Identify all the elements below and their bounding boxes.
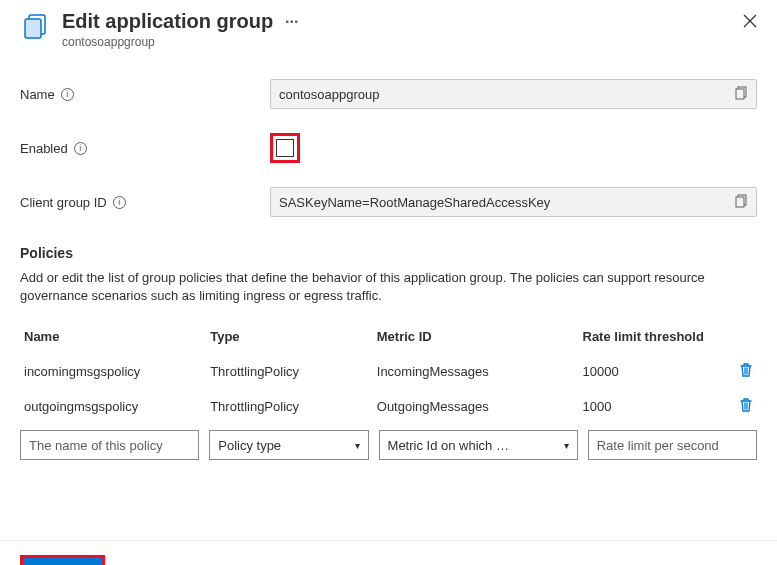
name-field: contosoappgroup bbox=[270, 79, 757, 109]
policy-name: incomingmsgspolicy bbox=[24, 364, 200, 379]
copy-icon[interactable] bbox=[734, 86, 748, 103]
svg-rect-3 bbox=[736, 89, 744, 99]
policy-type: ThrottlingPolicy bbox=[210, 364, 367, 379]
copy-icon[interactable] bbox=[734, 194, 748, 211]
delete-icon[interactable] bbox=[730, 362, 753, 381]
chevron-down-icon: ▾ bbox=[355, 440, 360, 451]
new-policy-row: Policy type ▾ Metric Id on which … ▾ bbox=[20, 430, 757, 460]
column-header-name: Name bbox=[24, 329, 200, 344]
enabled-checkbox[interactable] bbox=[276, 139, 294, 157]
page-title: Edit application group bbox=[62, 10, 273, 33]
name-value: contosoappgroup bbox=[279, 87, 379, 102]
close-button[interactable] bbox=[743, 14, 757, 31]
table-row: outgoingmsgspolicy ThrottlingPolicy Outg… bbox=[20, 389, 757, 424]
app-group-icon bbox=[20, 10, 52, 42]
enabled-label: Enabled bbox=[20, 141, 68, 156]
policy-rate: 10000 bbox=[583, 364, 720, 379]
new-policy-name-input[interactable] bbox=[20, 430, 199, 460]
svg-rect-1 bbox=[25, 19, 41, 38]
svg-rect-5 bbox=[736, 197, 744, 207]
info-icon[interactable]: i bbox=[61, 88, 74, 101]
policy-name: outgoingmsgspolicy bbox=[24, 399, 200, 414]
page-subtitle: contosoappgroup bbox=[62, 35, 757, 49]
info-icon[interactable]: i bbox=[113, 196, 126, 209]
column-header-rate: Rate limit threshold bbox=[583, 329, 720, 344]
new-policy-metric-select[interactable]: Metric Id on which … ▾ bbox=[379, 430, 578, 460]
policies-heading: Policies bbox=[20, 245, 757, 261]
policy-metric: IncomingMessages bbox=[377, 364, 573, 379]
delete-icon[interactable] bbox=[730, 397, 753, 416]
policies-description: Add or edit the list of group policies t… bbox=[20, 269, 740, 305]
client-group-id-label: Client group ID bbox=[20, 195, 107, 210]
chevron-down-icon: ▾ bbox=[564, 440, 569, 451]
new-policy-rate-input[interactable] bbox=[588, 430, 757, 460]
table-row: incomingmsgspolicy ThrottlingPolicy Inco… bbox=[20, 354, 757, 389]
update-button[interactable]: Update bbox=[23, 558, 102, 565]
name-label: Name bbox=[20, 87, 55, 102]
new-policy-type-select[interactable]: Policy type ▾ bbox=[209, 430, 368, 460]
column-header-metric: Metric ID bbox=[377, 329, 573, 344]
client-group-id-field: SASKeyName=RootManageSharedAccessKey bbox=[270, 187, 757, 217]
new-policy-type-placeholder: Policy type bbox=[218, 438, 281, 453]
policies-table: Name Type Metric ID Rate limit threshold… bbox=[20, 323, 757, 460]
column-header-type: Type bbox=[210, 329, 367, 344]
policy-metric: OutgoingMessages bbox=[377, 399, 573, 414]
update-button-highlight: Update bbox=[20, 555, 105, 565]
new-policy-metric-placeholder: Metric Id on which … bbox=[388, 438, 509, 453]
info-icon[interactable]: i bbox=[74, 142, 87, 155]
enabled-checkbox-highlight bbox=[270, 133, 300, 163]
more-actions-button[interactable]: ··· bbox=[285, 13, 298, 31]
client-group-id-value: SASKeyName=RootManageSharedAccessKey bbox=[279, 195, 550, 210]
policy-rate: 1000 bbox=[583, 399, 720, 414]
policy-type: ThrottlingPolicy bbox=[210, 399, 367, 414]
